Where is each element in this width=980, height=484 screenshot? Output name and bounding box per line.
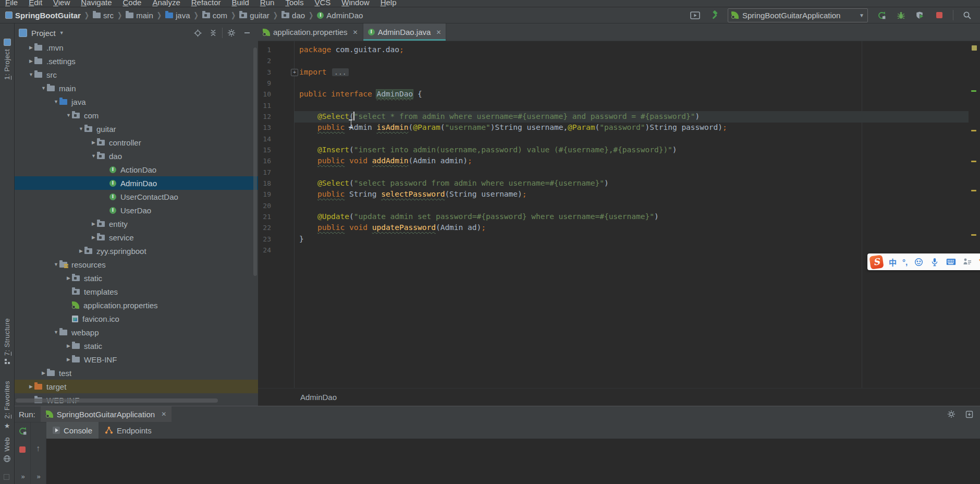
tree-expand-arrow-icon[interactable]: ▶: [28, 45, 34, 50]
tool-button-favorites[interactable]: 2: Favorites ★: [0, 381, 14, 430]
tree-expand-arrow-icon[interactable]: ▶: [78, 248, 84, 253]
tool-button-project[interactable]: 1: Project: [0, 39, 14, 80]
tree-item-usercontactdao[interactable]: IUserContactDao: [15, 190, 258, 203]
tree-item-service[interactable]: ▶service: [15, 231, 258, 244]
console-output[interactable]: [46, 439, 980, 484]
tree-expand-arrow-icon[interactable]: ▶: [90, 140, 97, 145]
tree-expand-arrow-icon[interactable]: ▶: [65, 357, 72, 362]
close-icon[interactable]: ✕: [436, 29, 441, 36]
editor-breadcrumb-item[interactable]: AdminDao: [300, 393, 337, 402]
up-arrow-icon[interactable]: ↑: [36, 444, 40, 453]
tree-item-static[interactable]: ▶static: [15, 339, 258, 353]
menu-tools[interactable]: Tools: [285, 0, 303, 7]
coverage-button[interactable]: [914, 9, 926, 21]
build-button[interactable]: [708, 9, 720, 21]
menu-file[interactable]: File: [5, 0, 18, 7]
tree-item-webapp[interactable]: ▼webapp: [15, 325, 258, 339]
menu-window[interactable]: Window: [341, 0, 369, 7]
tree-item-main[interactable]: ▼main: [15, 81, 258, 95]
settings-button[interactable]: [946, 408, 957, 420]
ime-microphone-button[interactable]: [929, 256, 940, 268]
run-configuration-tab[interactable]: SpringBootGuitarApplication ✕: [41, 406, 172, 422]
breadcrumb-item-dao[interactable]: dao: [280, 11, 306, 20]
run-configuration-combo[interactable]: SpringBootGuitarApplication▼: [728, 8, 868, 22]
collapse-all-button[interactable]: [206, 27, 220, 39]
chinese-mode-icon[interactable]: 中: [889, 257, 897, 268]
rerun-button[interactable]: [17, 425, 28, 437]
tree-item-target[interactable]: ▶target: [15, 380, 258, 393]
tree-item--mvn[interactable]: ▶.mvn: [15, 41, 258, 54]
tree-vertical-scrollbar[interactable]: [253, 47, 257, 276]
project-panel-title[interactable]: Project: [31, 29, 56, 38]
debug-button[interactable]: [895, 9, 906, 21]
tree-item-test[interactable]: ▶test: [15, 366, 258, 380]
tree-expand-arrow-icon[interactable]: ▼: [53, 99, 59, 104]
stripe-corner-icon[interactable]: [4, 474, 9, 480]
tree-item-admindao[interactable]: IAdminDao: [15, 176, 258, 190]
tree-item-entity[interactable]: ▶entity: [15, 217, 258, 231]
close-icon[interactable]: ✕: [353, 29, 358, 36]
tree-expand-arrow-icon[interactable]: ▶: [28, 58, 34, 64]
tree-item-web-inf[interactable]: ▶WEB-INF: [15, 353, 258, 366]
ime-skin-button[interactable]: [978, 256, 980, 268]
locate-button[interactable]: [191, 27, 204, 39]
tree-horizontal-scrollbar[interactable]: [16, 398, 218, 403]
menu-navigate[interactable]: Navigate: [81, 0, 112, 7]
tree-item-src[interactable]: ▼src: [15, 68, 258, 81]
hide-button[interactable]: [240, 27, 254, 39]
hide-window-button[interactable]: [963, 408, 975, 420]
breadcrumb-item-admindao[interactable]: IAdminDao: [316, 11, 364, 20]
stop-button[interactable]: [17, 444, 28, 455]
stop-button[interactable]: [934, 9, 945, 21]
tree-item-userdao[interactable]: IUserDao: [15, 203, 258, 217]
menu-run[interactable]: Run: [260, 0, 275, 7]
editor-area[interactable]: 1package com.guitar.dao;23+import ...910…: [258, 23, 980, 406]
tree-expand-arrow-icon[interactable]: ▼: [53, 330, 59, 335]
tree-item-zyy-springboot[interactable]: ▶zyy.springboot: [15, 244, 258, 258]
tree-expand-arrow-icon[interactable]: ▼: [40, 86, 47, 91]
breadcrumb-item-main[interactable]: main: [125, 11, 154, 20]
menu-refactor[interactable]: Refactor: [191, 0, 221, 7]
tree-expand-arrow-icon[interactable]: ▶: [40, 370, 47, 376]
more-chevron-icon[interactable]: »: [36, 473, 39, 480]
ime-emoji-button[interactable]: [913, 256, 924, 268]
tree-item-java[interactable]: ▼java: [15, 95, 258, 108]
breadcrumb-item-com[interactable]: com: [201, 11, 228, 20]
tool-button-web[interactable]: Web: [0, 437, 14, 464]
tree-item--settings[interactable]: ▶.settings: [15, 54, 258, 68]
ime-keyboard-button[interactable]: [946, 256, 956, 268]
tree-item-templates[interactable]: templates: [15, 285, 258, 298]
menu-edit[interactable]: Edit: [29, 0, 42, 7]
menu-code[interactable]: Code: [123, 0, 142, 7]
search-button[interactable]: [961, 9, 973, 21]
ime-handwriting-button[interactable]: [962, 256, 972, 268]
fold-marker-icon[interactable]: +: [291, 69, 298, 76]
run-button[interactable]: [876, 9, 887, 21]
breadcrumb-item-java[interactable]: java: [164, 11, 191, 20]
tree-item-favicon-ico[interactable]: favicon.ico: [15, 312, 258, 325]
tree-expand-arrow-icon[interactable]: ▶: [90, 221, 97, 226]
show-run-window-button[interactable]: [689, 9, 701, 21]
tree-expand-arrow-icon[interactable]: ▶: [65, 343, 72, 348]
more-actions-chevron-icon[interactable]: »: [21, 473, 23, 480]
sogou-logo-icon[interactable]: S: [869, 255, 884, 269]
tree-item-controller[interactable]: ▶controller: [15, 136, 258, 149]
tree-expand-arrow-icon[interactable]: ▶: [28, 384, 34, 389]
tree-item-static[interactable]: ▶static: [15, 271, 258, 285]
editor-tab-admindao-java[interactable]: IAdminDao.java✕: [363, 23, 447, 41]
tree-expand-arrow-icon[interactable]: ▼: [78, 126, 84, 131]
punctuation-icon[interactable]: °,: [902, 258, 908, 267]
editor-tab-application-properties[interactable]: application.properties✕: [258, 23, 363, 41]
tree-expand-arrow-icon[interactable]: ▼: [53, 262, 59, 267]
tree-expand-arrow-icon[interactable]: ▶: [65, 275, 72, 281]
menu-vcs[interactable]: VCS: [314, 0, 330, 7]
tree-item-resources[interactable]: ▼resources: [15, 258, 258, 271]
chevron-down-icon[interactable]: ▼: [59, 30, 64, 35]
settings-button[interactable]: [225, 27, 238, 39]
close-icon[interactable]: ✕: [161, 410, 166, 418]
breadcrumb-item-guitar[interactable]: guitar: [238, 11, 271, 20]
tool-button-structure[interactable]: 7: Structure: [0, 318, 14, 364]
tree-item-actiondao[interactable]: IActionDao: [15, 163, 258, 176]
tree-expand-arrow-icon[interactable]: ▼: [65, 113, 72, 118]
tree-expand-arrow-icon[interactable]: ▼: [90, 153, 97, 159]
